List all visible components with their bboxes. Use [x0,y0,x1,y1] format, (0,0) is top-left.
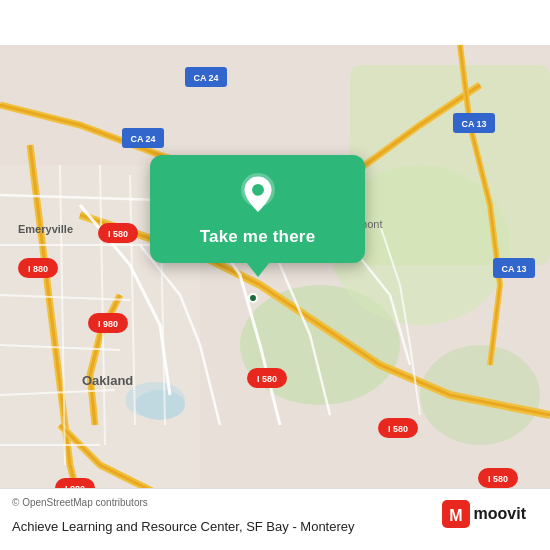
svg-text:CA 13: CA 13 [501,264,526,274]
svg-text:M: M [449,507,462,524]
moovit-brand-text: moovit [474,505,526,523]
svg-text:I 980: I 980 [98,319,118,329]
map-container: CA 24 CA 24 CA 24 I 580 I 580 I 580 I 58… [0,0,550,550]
location-pin-icon [236,173,280,217]
svg-text:I 580: I 580 [257,374,277,384]
moovit-icon: M [442,500,470,528]
svg-text:CA 24: CA 24 [130,134,155,144]
svg-text:Emeryville: Emeryville [18,223,73,235]
svg-text:Oakland: Oakland [82,373,133,388]
svg-rect-4 [350,65,550,265]
svg-text:I 580: I 580 [488,474,508,484]
take-me-there-button[interactable]: Take me there [200,227,316,247]
svg-text:I 580: I 580 [108,229,128,239]
location-name: Achieve Learning and Resource Center, SF… [12,519,355,534]
svg-text:I 580: I 580 [388,424,408,434]
svg-text:CA 24: CA 24 [193,73,218,83]
popup-card[interactable]: Take me there [150,155,365,263]
svg-point-46 [252,184,264,196]
svg-point-3 [420,345,540,445]
info-bar: © OpenStreetMap contributors Achieve Lea… [0,488,550,550]
svg-text:CA 13: CA 13 [461,119,486,129]
moovit-logo: M moovit [442,500,526,528]
map-svg: CA 24 CA 24 CA 24 I 580 I 580 I 580 I 58… [0,0,550,550]
map-pin-dot [248,293,258,303]
svg-text:I 880: I 880 [28,264,48,274]
